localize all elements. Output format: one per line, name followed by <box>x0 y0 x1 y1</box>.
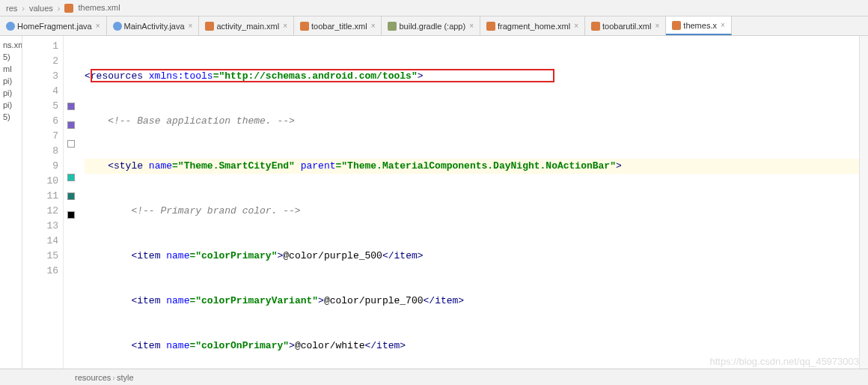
color-marker-icon[interactable] <box>67 174 75 181</box>
java-file-icon <box>6 22 15 31</box>
editor-tab[interactable]: activity_main.xml× <box>199 16 294 35</box>
xml-file-icon <box>64 4 73 13</box>
sidebar-item[interactable]: ml <box>0 63 22 75</box>
gradle-file-icon <box>388 22 397 31</box>
editor-tab[interactable]: MainActivity.java× <box>107 16 200 35</box>
marker-gutter <box>64 36 79 369</box>
editor-tabs: HomeFragment.java×MainActivity.java×acti… <box>0 16 868 36</box>
color-marker-icon[interactable] <box>67 103 75 110</box>
breadcrumb-item[interactable]: themes.xml <box>61 3 123 13</box>
sidebar-item[interactable]: pi) <box>0 87 22 99</box>
xml-file-icon <box>672 21 681 30</box>
line-number: 12 <box>22 204 58 219</box>
line-number: 11 <box>22 189 58 204</box>
tab-label: toobarutil.xml <box>602 22 651 31</box>
line-number: 15 <box>22 249 58 264</box>
breadcrumb-item[interactable]: res <box>3 4 20 13</box>
sidebar-item[interactable]: pi) <box>0 99 22 111</box>
line-number: 1 <box>22 39 58 54</box>
editor-tab[interactable]: build.gradle (:app)× <box>382 16 480 35</box>
editor-tab[interactable]: toobar_title.xml× <box>294 16 382 35</box>
line-number-gutter: 12345678910111213141516 <box>22 36 64 369</box>
line-number: 6 <box>22 114 58 129</box>
close-icon[interactable]: × <box>469 22 474 30</box>
chevron-right-icon: › <box>20 4 26 13</box>
breadcrumb-label: themes.xml <box>78 3 120 12</box>
close-icon[interactable]: × <box>574 22 578 30</box>
line-number: 3 <box>22 69 58 84</box>
color-marker-icon[interactable] <box>67 121 75 129</box>
sidebar-item[interactable]: ns.xm <box>0 39 22 51</box>
line-number: 2 <box>22 54 58 69</box>
close-icon[interactable]: × <box>721 21 725 29</box>
line-number: 16 <box>22 264 58 279</box>
line-number: 7 <box>22 129 58 144</box>
sidebar-item[interactable]: pi) <box>0 75 22 87</box>
line-number: 9 <box>22 159 58 174</box>
line-number: 4 <box>22 84 58 99</box>
xml-file-icon <box>591 22 600 31</box>
close-icon[interactable]: × <box>371 22 376 30</box>
tab-label: themes.x <box>683 21 717 30</box>
close-icon[interactable]: × <box>189 22 193 30</box>
close-icon[interactable]: × <box>96 22 100 30</box>
sidebar-item[interactable]: 5) <box>0 111 22 123</box>
breadcrumb: res › values › themes.xml <box>0 0 868 16</box>
java-file-icon <box>113 22 122 31</box>
line-number: 10 <box>22 174 58 189</box>
editor-tab[interactable]: toobarutil.xml× <box>585 16 666 35</box>
line-number: 14 <box>22 234 58 249</box>
xml-file-icon <box>300 22 309 31</box>
color-marker-icon[interactable] <box>67 192 75 200</box>
xml-file-icon <box>486 22 495 31</box>
xml-file-icon <box>205 22 214 31</box>
close-icon[interactable]: × <box>655 22 659 30</box>
line-number: 13 <box>22 219 58 234</box>
sidebar-item[interactable]: 5) <box>0 51 22 63</box>
line-number: 8 <box>22 144 58 159</box>
tab-label: HomeFragment.java <box>17 22 92 31</box>
tab-label: activity_main.xml <box>216 22 279 31</box>
chevron-right-icon: › <box>56 4 62 13</box>
tab-label: fragment_home.xml <box>498 22 570 31</box>
editor-tab[interactable]: fragment_home.xml× <box>480 16 585 35</box>
editor: 12345678910111213141516 <resources xmlns… <box>22 36 868 369</box>
tab-label: MainActivity.java <box>124 22 185 31</box>
editor-tab[interactable]: HomeFragment.java× <box>0 16 107 35</box>
code-area[interactable]: <resources xmlns:tools="http://schemas.a… <box>79 36 859 369</box>
scrollbar-strip[interactable] <box>859 36 868 369</box>
tab-label: toobar_title.xml <box>311 22 367 31</box>
editor-tab[interactable]: themes.x× <box>666 16 731 35</box>
line-number: 5 <box>22 99 58 114</box>
close-icon[interactable]: × <box>283 22 287 30</box>
breadcrumb-item[interactable]: values <box>26 4 56 13</box>
project-sidebar[interactable]: ns.xm5)mlpi)pi)pi)5) <box>0 36 22 369</box>
color-marker-icon[interactable] <box>67 211 75 219</box>
color-marker-icon[interactable] <box>67 140 75 148</box>
tab-label: build.gradle (:app) <box>399 22 465 31</box>
